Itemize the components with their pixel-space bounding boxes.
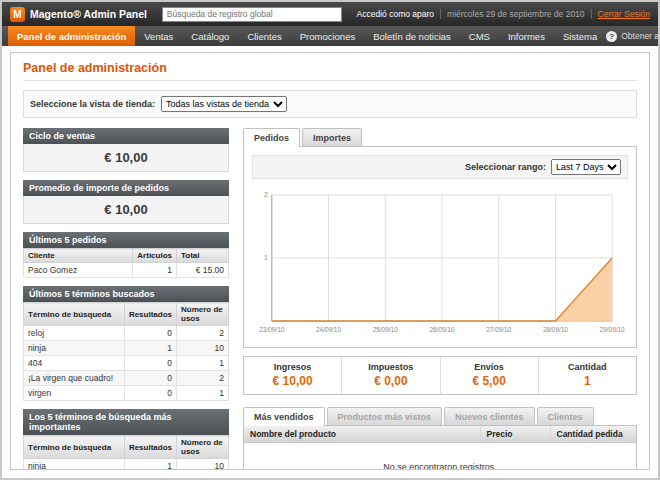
nav-item-catalog[interactable]: Catálogo xyxy=(182,26,238,46)
cell: Paco Gomez xyxy=(24,263,133,278)
cell: 1 xyxy=(177,386,229,401)
cell: ¡La virgen que cuadro! xyxy=(24,371,125,386)
header: M Magento® Admin Panel Accedió como apar… xyxy=(2,2,658,26)
table-row[interactable]: Paco Gomez 1 € 15.00 xyxy=(24,263,229,278)
table-row[interactable]: ¡La virgen que cuadro! 0 2 xyxy=(24,371,229,386)
brand-title: Magento® Admin Panel xyxy=(30,8,147,20)
cell: reloj xyxy=(24,326,125,341)
stat-label: Ingresos xyxy=(246,362,339,372)
cell: 0 xyxy=(124,371,176,386)
column-header: Nombre del producto xyxy=(244,426,480,443)
logout-link[interactable]: Cerrar Sesión xyxy=(598,9,650,19)
global-search xyxy=(155,7,349,22)
stat-label: Impuestos xyxy=(344,362,437,372)
column-header: Cliente xyxy=(24,249,133,263)
tab-orders[interactable]: Pedidos xyxy=(243,128,300,147)
column-header: Número de usos xyxy=(177,436,229,459)
tab-bestsellers[interactable]: Más vendidos xyxy=(243,407,325,426)
empty-records-message: No se encontraron registros. xyxy=(244,443,636,470)
stat-label: Envíos xyxy=(443,362,536,372)
average-orders-value: € 10,00 xyxy=(23,196,229,224)
column-header: Resultados xyxy=(124,303,176,326)
page-help-link[interactable]: ? Obtener ayuda para esta página xyxy=(606,26,660,46)
range-select[interactable]: Last 7 Days xyxy=(551,159,621,175)
store-view-select[interactable]: Todas las vistas de tienda xyxy=(161,96,287,112)
dashboard-right-column: Pedidos Importes Seleccionar rango: Last… xyxy=(243,128,637,470)
stat-value: 1 xyxy=(541,374,634,388)
column-header: Resultados xyxy=(124,436,176,459)
tab-amounts[interactable]: Importes xyxy=(302,128,362,146)
table-row[interactable]: 404 0 1 xyxy=(24,356,229,371)
nav-item-dashboard[interactable]: Panel de administración xyxy=(8,26,135,46)
nav-item-promotions[interactable]: Promociones xyxy=(291,26,364,46)
stat-quantity: Cantidad 1 xyxy=(538,357,636,394)
column-header: Término de búsqueda xyxy=(24,303,125,326)
stat-value: € 0,00 xyxy=(344,374,437,388)
tab-most-viewed[interactable]: Productos más vistos xyxy=(327,407,443,425)
logged-in-as: Accedió como aparo xyxy=(357,9,435,19)
cell: ninja xyxy=(24,341,125,356)
range-selector-row: Seleccionar rango: Last 7 Days xyxy=(252,155,628,179)
store-view-label: Seleccione la vista de tienda: xyxy=(30,99,155,109)
cell: 1 xyxy=(124,341,176,356)
svg-text:2: 2 xyxy=(264,191,268,198)
grid-tabs: Más vendidos Productos más vistos Nuevos… xyxy=(243,407,637,425)
svg-text:29/09/10: 29/09/10 xyxy=(600,326,625,333)
stat-label: Cantidad xyxy=(541,362,634,372)
average-orders-panel: Promedio de importe de pedidos € 10,00 xyxy=(23,180,229,224)
nav-item-sales[interactable]: Ventas xyxy=(135,26,182,46)
cell: 0 xyxy=(124,356,176,371)
cell: ninja xyxy=(24,459,125,471)
last-search-terms-table: Término de búsqueda Resultados Número de… xyxy=(23,302,229,401)
column-header: Número de usos xyxy=(177,303,229,326)
content-area: Panel de administración Seleccione la vi… xyxy=(10,52,650,470)
column-header: Artículos xyxy=(133,249,177,263)
lifetime-sales-value: € 10,00 xyxy=(23,144,229,172)
cell: 0 xyxy=(124,386,176,401)
column-header: Total xyxy=(177,249,229,263)
nav-item-cms[interactable]: CMS xyxy=(460,26,499,46)
table-row[interactable]: virgen 0 1 xyxy=(24,386,229,401)
table-row[interactable]: ninja 1 10 xyxy=(24,341,229,356)
panel-title: Los 5 términos de búsqueda más important… xyxy=(23,409,229,435)
tab-new-customers[interactable]: Nuevos clientes xyxy=(444,407,535,425)
main-nav: Panel de administración Ventas Catálogo … xyxy=(2,26,658,46)
svg-text:26/09/10: 26/09/10 xyxy=(429,326,454,333)
bestsellers-grid: Nombre del producto Precio Cantidad pedi… xyxy=(243,425,637,470)
stat-value: € 5,00 xyxy=(443,374,536,388)
lifetime-sales-panel: Ciclo de ventas € 10,00 xyxy=(23,128,229,172)
browser-viewport: M Magento® Admin Panel Accedió como apar… xyxy=(0,0,660,480)
last-search-terms-panel: Últimos 5 términos buscados Término de b… xyxy=(23,286,229,401)
nav-item-customers[interactable]: Clientes xyxy=(238,26,290,46)
last-orders-table: Cliente Artículos Total Paco Gomez 1 € 1… xyxy=(23,248,229,278)
column-header: Término de búsqueda xyxy=(24,436,125,459)
nav-item-newsletter[interactable]: Boletín de noticias xyxy=(364,26,460,46)
nav-item-reports[interactable]: Informes xyxy=(499,26,554,46)
nav-item-system[interactable]: Sistema xyxy=(554,26,606,46)
panel-title: Últimos 5 términos buscados xyxy=(23,286,229,302)
header-user-area: Accedió como aparo miércoles 29 de septi… xyxy=(357,9,650,19)
svg-text:24/09/10: 24/09/10 xyxy=(316,326,341,333)
chart-tabs: Pedidos Importes xyxy=(243,128,637,146)
global-search-input[interactable] xyxy=(162,7,342,22)
last-orders-panel: Últimos 5 pedidos Cliente Artículos Tota… xyxy=(23,232,229,278)
panel-title: Promedio de importe de pedidos xyxy=(23,180,229,196)
cell: 1 xyxy=(177,356,229,371)
column-header: Precio xyxy=(480,426,550,443)
top-search-terms-panel: Los 5 términos de búsqueda más important… xyxy=(23,409,229,470)
table-row[interactable]: reloj 0 2 xyxy=(24,326,229,341)
dashboard-left-column: Ciclo de ventas € 10,00 Promedio de impo… xyxy=(23,128,229,470)
cell: 10 xyxy=(177,459,229,471)
cell: 1 xyxy=(124,459,176,471)
orders-chart-panel: Seleccionar rango: Last 7 Days 1223/09/1… xyxy=(243,146,637,348)
svg-text:25/09/10: 25/09/10 xyxy=(373,326,398,333)
help-label: Obtener ayuda para esta página xyxy=(621,31,660,41)
magento-brand: M Magento® Admin Panel xyxy=(10,7,147,22)
page-title: Panel de administración xyxy=(23,61,637,81)
bottom-grids-section: Más vendidos Productos más vistos Nuevos… xyxy=(243,407,637,470)
svg-text:23/09/10: 23/09/10 xyxy=(259,326,284,333)
panel-title: Ciclo de ventas xyxy=(23,128,229,144)
tab-customers[interactable]: Clientes xyxy=(537,407,594,425)
table-row[interactable]: ninja 1 10 xyxy=(24,459,229,471)
svg-text:1: 1 xyxy=(264,254,268,261)
